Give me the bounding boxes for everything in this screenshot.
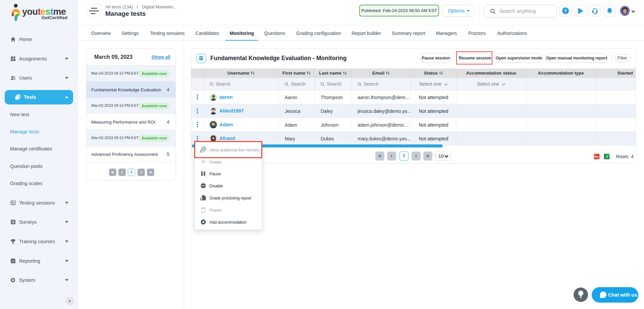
svg-text:?: ? [564,8,567,13]
svg-text:X: X [606,155,608,159]
svg-text:PDF: PDF [594,156,599,158]
